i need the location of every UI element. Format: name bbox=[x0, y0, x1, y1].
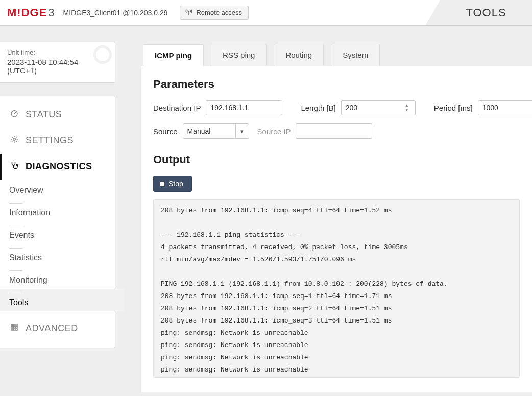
logo-suffix: 3 bbox=[48, 6, 55, 19]
destination-ip-input[interactable] bbox=[206, 100, 282, 115]
top-bar: M!DGE3 MIDGE3_Client01 @10.203.0.29 Remo… bbox=[0, 0, 532, 26]
svg-rect-5 bbox=[14, 324, 15, 326]
nav-status-label: STATUS bbox=[26, 109, 62, 120]
nav-box: STATUS SETTINGS DIAGNOSTICS Overview Inf… bbox=[0, 96, 115, 348]
length-input[interactable]: 200 ▲▼ bbox=[341, 100, 416, 115]
svg-point-2 bbox=[13, 138, 16, 141]
svg-rect-4 bbox=[11, 324, 13, 326]
logo-text: M!DGE bbox=[7, 6, 47, 19]
subnav-overview[interactable]: Overview bbox=[9, 182, 115, 199]
source-ip-group: Source IP bbox=[257, 123, 373, 139]
nav-settings-label: SETTINGS bbox=[26, 135, 74, 146]
subnav-tools[interactable]: Tools bbox=[0, 289, 124, 311]
length-value: 200 bbox=[346, 104, 357, 112]
svg-rect-7 bbox=[11, 327, 13, 328]
stethoscope-icon bbox=[9, 161, 19, 172]
stop-button[interactable]: Stop bbox=[153, 176, 192, 192]
param-row-2: Source Manual ▾ Source IP bbox=[153, 123, 520, 139]
chevron-down-icon: ▾ bbox=[235, 124, 249, 138]
tab-icmp-ping[interactable]: ICMP ping bbox=[143, 44, 204, 66]
svg-rect-12 bbox=[16, 329, 17, 330]
tab-rss-ping[interactable]: RSS ping bbox=[211, 44, 267, 66]
stop-icon bbox=[160, 182, 164, 186]
grid-icon bbox=[9, 323, 19, 334]
source-ip-input[interactable] bbox=[296, 123, 372, 139]
period-group: Period [ms] 1000 ▲▼ bbox=[434, 100, 532, 115]
source-select[interactable]: Manual ▾ bbox=[183, 123, 249, 139]
svg-point-0 bbox=[188, 10, 189, 11]
remote-access-button[interactable]: Remote access bbox=[180, 6, 249, 20]
refresh-ring-icon bbox=[93, 45, 112, 64]
nav-settings[interactable]: SETTINGS bbox=[0, 128, 115, 154]
subnav-information[interactable]: Information bbox=[9, 199, 115, 221]
nav-status[interactable]: STATUS bbox=[0, 102, 115, 128]
svg-rect-8 bbox=[14, 327, 15, 328]
unit-time-label: Unit time: bbox=[7, 48, 108, 56]
length-label: Length [B] bbox=[301, 104, 335, 112]
param-row-1: Destination IP Length [B] 200 ▲▼ Period … bbox=[153, 100, 520, 115]
stop-button-label: Stop bbox=[168, 180, 183, 188]
nav-diagnostics[interactable]: DIAGNOSTICS bbox=[0, 154, 115, 180]
antenna-icon bbox=[185, 9, 192, 17]
subnav-monitoring[interactable]: Monitoring bbox=[9, 266, 115, 289]
main-area: ICMP ping RSS ping Routing System Parame… bbox=[141, 44, 532, 396]
tab-routing[interactable]: Routing bbox=[274, 44, 324, 66]
output-heading: Output bbox=[153, 153, 520, 166]
svg-rect-9 bbox=[16, 327, 17, 328]
length-group: Length [B] 200 ▲▼ bbox=[301, 100, 415, 115]
nav-advanced-label: ADVANCED bbox=[26, 323, 78, 334]
gear-icon bbox=[9, 135, 19, 146]
brand-logo: M!DGE3 bbox=[7, 6, 55, 19]
parameters-heading: Parameters bbox=[153, 78, 520, 91]
period-value: 1000 bbox=[482, 104, 498, 112]
subnav-statistics[interactable]: Statistics bbox=[9, 244, 115, 266]
remote-access-label: Remote access bbox=[196, 9, 242, 16]
svg-rect-11 bbox=[14, 329, 15, 330]
diagnostics-subnav: Overview Information Events Statistics M… bbox=[0, 180, 115, 315]
tool-tabs: ICMP ping RSS ping Routing System bbox=[141, 44, 532, 66]
period-input[interactable]: 1000 ▲▼ bbox=[478, 100, 532, 115]
source-group: Source Manual ▾ bbox=[153, 123, 249, 139]
source-select-value: Manual bbox=[187, 127, 211, 135]
tab-panel: Parameters Destination IP Length [B] 200… bbox=[141, 66, 532, 392]
svg-rect-10 bbox=[11, 329, 13, 330]
page-title-tools: TOOLS bbox=[440, 0, 532, 25]
svg-rect-6 bbox=[16, 324, 17, 326]
source-label: Source bbox=[153, 127, 178, 136]
source-ip-label: Source IP bbox=[257, 127, 291, 136]
device-id: MIDGE3_Client01 @10.203.0.29 bbox=[63, 9, 168, 17]
subnav-events[interactable]: Events bbox=[9, 221, 115, 244]
ping-output: 208 bytes from 192.168.1.1: icmp_seq=4 t… bbox=[153, 199, 520, 378]
destination-ip-group: Destination IP bbox=[153, 100, 282, 115]
svg-point-3 bbox=[17, 164, 18, 166]
page-title-label: TOOLS bbox=[466, 6, 506, 19]
tab-system[interactable]: System bbox=[331, 44, 380, 66]
nav-advanced[interactable]: ADVANCED bbox=[0, 315, 115, 341]
unit-time-card: Unit time: 2023-11-08 10:44:54 (UTC+1) bbox=[0, 42, 115, 83]
length-spinner-icon[interactable]: ▲▼ bbox=[405, 102, 414, 114]
gauge-icon bbox=[9, 109, 19, 120]
unit-time-value: 2023-11-08 10:44:54 (UTC+1) bbox=[7, 58, 108, 75]
nav-diagnostics-label: DIAGNOSTICS bbox=[26, 161, 92, 172]
sidebar: Unit time: 2023-11-08 10:44:54 (UTC+1) S… bbox=[0, 42, 115, 348]
destination-ip-label: Destination IP bbox=[153, 104, 201, 112]
topbar-left: M!DGE3 MIDGE3_Client01 @10.203.0.29 Remo… bbox=[0, 6, 249, 20]
period-label: Period [ms] bbox=[434, 104, 473, 112]
